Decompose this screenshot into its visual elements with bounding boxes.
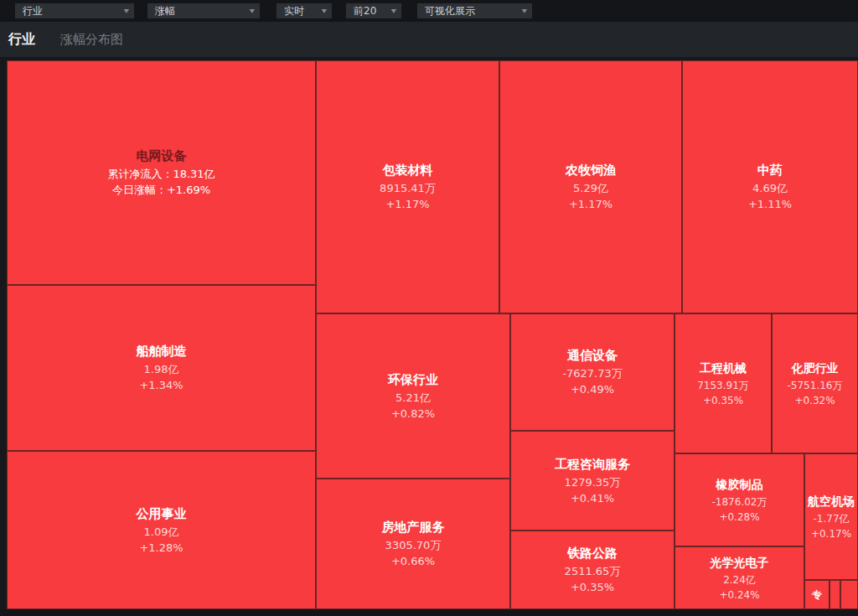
cell-title: 航空机场: [808, 493, 855, 510]
cell-net-inflow: 5.29亿: [573, 180, 608, 196]
cell-net-inflow: 1.09亿: [144, 524, 179, 540]
treemap-cell[interactable]: 包装材料8915.41万+1.17%: [316, 60, 499, 313]
cell-title: 房地产服务: [382, 519, 445, 536]
treemap-cell[interactable]: 电网设备累计净流入：18.31亿今日涨幅：+1.69%: [7, 60, 316, 285]
cell-change-percent: +1.34%: [139, 377, 183, 393]
cell-net-inflow: -1.77亿: [813, 511, 849, 526]
cell-net-inflow: 1.98亿: [144, 361, 179, 377]
cell-net-inflow: 5.21亿: [395, 390, 431, 406]
cell-title: 电网设备: [137, 148, 187, 164]
chevron-down-icon: ▼: [124, 8, 129, 13]
treemap-cell[interactable]: 中药4.69亿+1.11%: [682, 60, 858, 313]
cell-title: 环保行业: [388, 371, 438, 388]
treemap-cell[interactable]: 环保行业5.21亿+0.82%: [316, 313, 510, 479]
cell-change-percent: +0.24%: [719, 588, 759, 603]
tab-change-distribution[interactable]: 涨幅分布图: [60, 32, 123, 48]
metric-dropdown-label: 涨幅: [155, 4, 175, 18]
cell-title: 中药: [757, 162, 783, 179]
treemap-cell[interactable]: [840, 580, 858, 609]
cell-net-inflow: 7153.91万: [697, 378, 749, 393]
industry-treemap: 电网设备累计净流入：18.31亿今日涨幅：+1.69%包装材料8915.41万+…: [0, 0, 858, 616]
cell-change-percent: +0.35%: [703, 393, 743, 408]
cell-title: 化肥行业: [792, 360, 839, 376]
treemap-cell[interactable]: 橡胶制品-1876.02万+0.28%: [675, 453, 804, 546]
treemap-cell[interactable]: 专: [804, 580, 830, 609]
cell-change-percent: +0.28%: [719, 510, 759, 525]
treemap-cell[interactable]: 铁路公路2511.65万+0.35%: [510, 531, 675, 609]
cell-net-inflow: 累计净流入：18.31亿: [107, 166, 214, 182]
cell-net-inflow: 8915.41万: [380, 180, 436, 196]
cell-change-percent: +0.35%: [571, 579, 614, 595]
cell-net-inflow: 2.24亿: [723, 572, 756, 588]
top20-dropdown-label: 前20: [354, 4, 376, 18]
treemap-cell[interactable]: 船舶制造1.98亿+1.34%: [7, 285, 316, 451]
cell-change-percent: +0.49%: [571, 381, 614, 397]
cell-change-percent: +1.17%: [569, 196, 612, 212]
display-mode-dropdown-label: 可视化展示: [425, 4, 475, 18]
cell-change-percent: +1.28%: [139, 540, 183, 556]
treemap-cell[interactable]: 航空机场-1.77亿+0.17%: [804, 453, 858, 580]
top20-dropdown[interactable]: 前20 ▼: [346, 3, 401, 18]
cell-title: 通信设备: [567, 347, 618, 364]
cell-title: 包装材料: [383, 162, 433, 179]
cell-title: 工程机械: [700, 360, 747, 376]
chevron-down-icon: ▼: [322, 8, 327, 13]
cell-title: 公用事业: [137, 505, 187, 522]
cell-net-inflow: 2511.65万: [565, 563, 621, 579]
treemap-cell[interactable]: 农牧饲渔5.29亿+1.17%: [499, 60, 682, 313]
realtime-dropdown-label: 实时: [284, 4, 304, 18]
cell-net-inflow: -7627.73万: [562, 365, 622, 381]
chevron-down-icon: ▼: [522, 8, 527, 13]
cell-title: 橡胶制品: [716, 476, 763, 493]
cell-change-percent: +0.41%: [571, 490, 614, 506]
cell-change-percent: +1.17%: [385, 196, 429, 212]
cell-title: 光学光电子: [711, 554, 769, 571]
cell-net-inflow: 3305.70万: [385, 537, 442, 553]
cell-title: 农牧饲渔: [566, 162, 616, 179]
display-mode-dropdown[interactable]: 可视化展示 ▼: [417, 3, 532, 18]
cell-net-inflow: 1279.35万: [565, 474, 621, 490]
cell-change-percent: +0.17%: [811, 526, 851, 541]
treemap-cell[interactable]: 光学光电子2.24亿+0.24%: [675, 546, 804, 609]
treemap-cell[interactable]: [830, 580, 840, 609]
cell-change-percent: +1.11%: [748, 196, 792, 212]
cell-title: 工程咨询服务: [555, 456, 630, 473]
industry-dropdown[interactable]: 行业 ▼: [15, 3, 134, 18]
cell-title: 船舶制造: [137, 343, 187, 360]
cell-change-percent: +0.82%: [391, 406, 435, 422]
metric-dropdown[interactable]: 涨幅 ▼: [147, 3, 260, 18]
cell-net-inflow: 4.69亿: [752, 180, 788, 196]
industry-dropdown-label: 行业: [23, 4, 43, 18]
cell-change-percent: +0.66%: [391, 553, 435, 569]
cell-net-inflow: -5751.16万: [788, 378, 843, 393]
cell-title: 专: [812, 589, 822, 601]
bottom-strip: [0, 609, 858, 616]
treemap-cell[interactable]: 工程机械7153.91万+0.35%: [675, 313, 772, 453]
tab-bar: 行业 涨幅分布图: [0, 22, 858, 57]
treemap-cell[interactable]: 化肥行业-5751.16万+0.32%: [772, 313, 858, 453]
realtime-dropdown[interactable]: 实时 ▼: [277, 3, 332, 18]
toolbar: 行业 ▼ 涨幅 ▼ 实时 ▼ 前20 ▼ 可视化展示 ▼: [0, 0, 858, 22]
treemap-cell[interactable]: 工程咨询服务1279.35万+0.41%: [510, 431, 675, 531]
treemap-cell[interactable]: 公用事业1.09亿+1.28%: [7, 451, 316, 609]
cell-title: 铁路公路: [567, 545, 618, 562]
cell-change-percent: +0.32%: [794, 393, 835, 408]
cell-change-percent: 今日涨幅：+1.69%: [112, 182, 210, 198]
tab-industry[interactable]: 行业: [8, 31, 35, 49]
chevron-down-icon: ▼: [391, 8, 396, 13]
treemap-cell[interactable]: 房地产服务3305.70万+0.66%: [316, 479, 510, 609]
chevron-down-icon: ▼: [250, 8, 255, 13]
cell-net-inflow: -1876.02万: [712, 494, 768, 510]
treemap-cell[interactable]: 通信设备-7627.73万+0.49%: [510, 313, 675, 431]
